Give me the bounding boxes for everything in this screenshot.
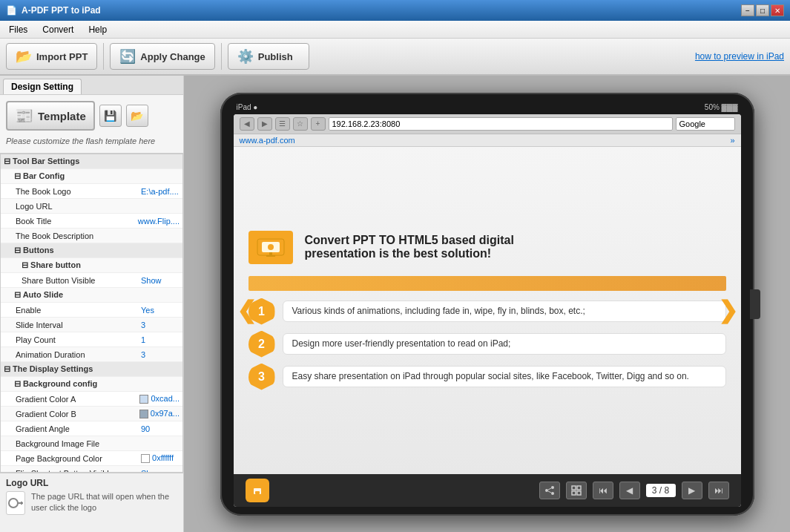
feature-text-3: Easy share presentation on iPad through …: [283, 366, 726, 388]
feature-item-2: 2 Design more user-friendly presentation…: [248, 331, 726, 358]
maximize-button[interactable]: □: [756, 4, 769, 16]
left-panel: Design Setting 📰 Template 💾 📂 Please cus…: [0, 76, 184, 532]
publish-button[interactable]: ⚙️ Publish: [228, 43, 309, 70]
bookmarks-bar: www.a-pdf.com »: [234, 134, 741, 147]
prev-page-button[interactable]: ◀: [619, 482, 640, 499]
browser-back[interactable]: ◀: [240, 117, 254, 131]
info-text: The page URL that will open when the use…: [31, 491, 177, 514]
menu-help[interactable]: Help: [82, 23, 113, 36]
import-icon: 📂: [16, 48, 32, 65]
ipad-top-bar: iPad ● 50% ▓▓▓: [234, 102, 741, 113]
page-bg-swatch: [141, 454, 150, 463]
tree-row-book-title[interactable]: Book Title www.Flip....: [1, 214, 182, 229]
svg-line-14: [548, 488, 551, 490]
svg-rect-18: [572, 491, 576, 495]
import-ppt-button[interactable]: 📂 Import PPT: [6, 43, 97, 70]
tree-row-book-logo[interactable]: The Book Logo E:\a-pdf....: [1, 184, 182, 199]
svg-rect-6: [269, 252, 272, 255]
info-box: Logo URL The page URL that will open whe…: [0, 473, 183, 532]
last-page-button[interactable]: ⏭: [708, 482, 729, 499]
tree-row-enable[interactable]: Enable Yes: [1, 303, 182, 318]
svg-rect-19: [577, 491, 581, 495]
window-controls: − □ ✕: [741, 4, 784, 16]
tree-row-page-bg[interactable]: Page Background Color 0xffffff: [1, 451, 182, 466]
tree-row-bg-image[interactable]: Background Image File: [1, 436, 182, 451]
apply-change-button[interactable]: 🔄 Apply Change: [110, 43, 214, 70]
more-btn[interactable]: »: [730, 136, 734, 145]
orange-divider: [248, 276, 726, 291]
ipad-status-left: iPad ●: [237, 103, 258, 111]
svg-line-15: [548, 491, 551, 493]
browser-search[interactable]: Google: [676, 117, 735, 131]
browser-bookmark[interactable]: ☆: [293, 117, 308, 131]
feature-text-2: Design more user-friendly presentation t…: [283, 333, 726, 355]
logo-icon: [256, 236, 286, 258]
preview-link[interactable]: how to preview in iPad: [695, 51, 784, 62]
toolbar-separator-2: [221, 43, 222, 70]
tree-row-gradient-a[interactable]: Gradient Color A 0xcad...: [1, 392, 182, 407]
next-page-button[interactable]: ▶: [682, 482, 702, 499]
browser-reading[interactable]: ☰: [275, 117, 290, 131]
bottom-controls: ⏮ ◀ 3 / 8 ▶ ⏭: [278, 482, 729, 499]
info-content: The page URL that will open when the use…: [6, 491, 177, 515]
tree-group-autoslide[interactable]: ⊟ Auto Slide: [1, 288, 182, 303]
tree-row-gradient-angle[interactable]: Gradient Angle 90: [1, 421, 182, 436]
presentation-area: ❮ ❯ Conver: [234, 147, 741, 474]
tree-row-book-desc[interactable]: The Book Description: [1, 229, 182, 243]
feature-text-1: Various kinds of animations, including f…: [283, 301, 726, 323]
page-indicator: 3 / 8: [646, 484, 676, 497]
tree-group-toolbar[interactable]: ⊟ Tool Bar Settings: [1, 154, 182, 169]
toolbar-separator: [103, 43, 104, 70]
menu-files[interactable]: Files: [3, 23, 33, 36]
browser-bar: ◀ ▶ ☰ ☆ + 192.168.2.23:8080 Google: [234, 114, 741, 134]
feature-item-1: 1 Various kinds of animations, including…: [248, 298, 726, 325]
load-template-button[interactable]: 📂: [126, 105, 148, 127]
tree-row-interval[interactable]: Slide Interval 3: [1, 318, 182, 332]
tree-group-share[interactable]: ⊟ Share button: [1, 258, 182, 273]
app-icon: 📄: [6, 5, 17, 16]
tree-group-barconfig[interactable]: ⊟ Bar Config: [1, 169, 182, 184]
save-icon: 💾: [104, 110, 116, 122]
feature-item-3: 3 Easy share presentation on iPad throug…: [248, 364, 726, 390]
browser-url[interactable]: 192.168.2.23:8080: [329, 117, 673, 131]
menu-convert[interactable]: Convert: [36, 23, 79, 36]
ipad-battery: 50% ▓▓▓: [705, 103, 738, 111]
main-layout: Design Setting 📰 Template 💾 📂 Please cus…: [0, 76, 790, 532]
ipad-bottom-bar: ⏮ ◀ 3 / 8 ▶ ⏭: [234, 474, 741, 507]
close-button[interactable]: ✕: [771, 4, 784, 16]
tree-group-buttons[interactable]: ⊟ Buttons: [1, 243, 182, 258]
tree-group-bgconfig[interactable]: ⊟ Background config: [1, 377, 182, 392]
menu-bar: Files Convert Help: [0, 21, 790, 39]
layout-button[interactable]: [566, 482, 587, 499]
settings-tree[interactable]: ⊟ Tool Bar Settings ⊟ Bar Config The Boo…: [0, 154, 183, 473]
svg-rect-7: [266, 255, 275, 257]
ipad-container: iPad ● 50% ▓▓▓ ◀ ▶ ☰ ☆ + 192.168.2.23:80…: [220, 93, 754, 516]
template-section: 📰 Template 💾 📂 Please customize the flas…: [0, 95, 183, 154]
svg-point-12: [545, 489, 548, 492]
ipad-screen: ◀ ▶ ☰ ☆ + 192.168.2.23:8080 Google www.a…: [234, 114, 741, 507]
tree-row-anim-duration[interactable]: Animation Duration 3: [1, 347, 182, 362]
browser-forward[interactable]: ▶: [257, 117, 272, 131]
share-button[interactable]: [539, 482, 560, 499]
tree-row-logo-url[interactable]: Logo URL: [1, 199, 182, 214]
home-icon: [251, 484, 264, 497]
svg-point-0: [9, 499, 18, 508]
title-bar: 📄 A-PDF PPT to iPad − □ ✕: [0, 0, 790, 21]
template-button[interactable]: 📰 Template: [6, 101, 95, 131]
template-icon: 📰: [15, 107, 33, 125]
tree-row-gradient-b[interactable]: Gradient Color B 0x97a...: [1, 407, 182, 421]
save-template-button[interactable]: 💾: [99, 105, 122, 127]
tab-design-setting[interactable]: Design Setting: [3, 79, 82, 94]
tree-group-display[interactable]: ⊟ The Display Settings: [1, 362, 182, 377]
first-page-button[interactable]: ⏮: [593, 482, 613, 499]
ipad-side-button: [750, 289, 760, 319]
tree-row-playcount[interactable]: Play Count 1: [1, 332, 182, 347]
minimize-button[interactable]: −: [741, 4, 754, 16]
tree-row-flip-visible[interactable]: Flip Shortcut Button Visible Show: [1, 466, 182, 473]
browser-new-tab[interactable]: +: [311, 117, 326, 131]
tree-row-share-visible[interactable]: Share Button Visible Show: [1, 273, 182, 288]
nav-right-arrow[interactable]: ❯: [718, 296, 738, 324]
bookmark-link[interactable]: www.a-pdf.com: [240, 136, 295, 145]
presentation-header: Convert PPT TO HTML5 based digital prese…: [248, 231, 726, 264]
ipad-home-button[interactable]: [246, 479, 269, 502]
